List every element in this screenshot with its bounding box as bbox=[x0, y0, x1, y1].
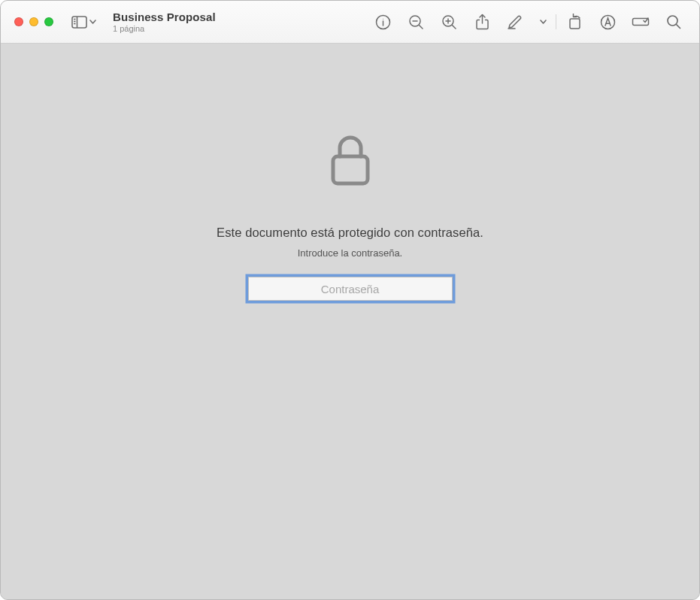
minimize-window-button[interactable] bbox=[29, 17, 38, 26]
locked-message-subtitle: Introduce la contraseña. bbox=[298, 247, 402, 259]
chevron-down-icon bbox=[540, 20, 547, 24]
svg-line-22 bbox=[677, 25, 680, 29]
zoom-in-button[interactable] bbox=[432, 7, 465, 37]
document-title-area: Business Proposal 1 página bbox=[113, 10, 216, 34]
svg-line-12 bbox=[452, 25, 456, 29]
share-button[interactable] bbox=[465, 7, 498, 37]
lock-icon bbox=[330, 134, 371, 189]
sidebar-icon bbox=[71, 16, 87, 29]
rotate-button[interactable] bbox=[558, 7, 591, 37]
inspector-button[interactable] bbox=[366, 7, 399, 37]
sidebar-toggle-button[interactable] bbox=[68, 13, 99, 32]
document-title: Business Proposal bbox=[113, 11, 216, 23]
fullscreen-window-button[interactable] bbox=[44, 17, 53, 26]
search-icon bbox=[666, 14, 681, 29]
window-controls bbox=[14, 17, 53, 26]
zoom-out-icon bbox=[408, 14, 424, 30]
highlight-button[interactable] bbox=[498, 7, 532, 37]
chevron-down-icon bbox=[89, 20, 96, 24]
highlight-menu-button[interactable] bbox=[532, 7, 554, 37]
password-input[interactable] bbox=[248, 277, 453, 301]
password-field-wrap bbox=[248, 277, 453, 301]
svg-point-6 bbox=[383, 18, 383, 19]
svg-line-9 bbox=[419, 25, 423, 29]
form-field-icon bbox=[632, 16, 650, 28]
markup-button[interactable] bbox=[591, 7, 624, 37]
toolbar: Business Proposal 1 página bbox=[1, 1, 699, 44]
svg-rect-23 bbox=[333, 156, 368, 183]
password-prompt-panel: Este documento está protegido con contra… bbox=[177, 134, 523, 599]
svg-rect-17 bbox=[570, 19, 580, 29]
info-icon bbox=[375, 14, 391, 30]
share-icon bbox=[475, 14, 489, 31]
document-page-count: 1 página bbox=[113, 24, 216, 34]
rotate-icon bbox=[567, 14, 583, 30]
highlight-icon bbox=[507, 14, 523, 29]
search-button[interactable] bbox=[657, 7, 690, 37]
toolbar-separator bbox=[556, 14, 556, 29]
app-window: Business Proposal 1 página bbox=[0, 0, 700, 600]
document-area: Este documento está protegido con contra… bbox=[1, 44, 699, 599]
svg-rect-0 bbox=[72, 17, 86, 28]
markup-icon bbox=[600, 14, 616, 30]
form-field-button[interactable] bbox=[624, 7, 657, 37]
svg-rect-20 bbox=[633, 19, 649, 26]
toolbar-actions bbox=[366, 7, 690, 37]
zoom-in-icon bbox=[441, 14, 457, 30]
locked-message-title: Este documento está protegido con contra… bbox=[217, 226, 483, 240]
zoom-out-button[interactable] bbox=[399, 7, 432, 37]
close-window-button[interactable] bbox=[14, 17, 23, 26]
